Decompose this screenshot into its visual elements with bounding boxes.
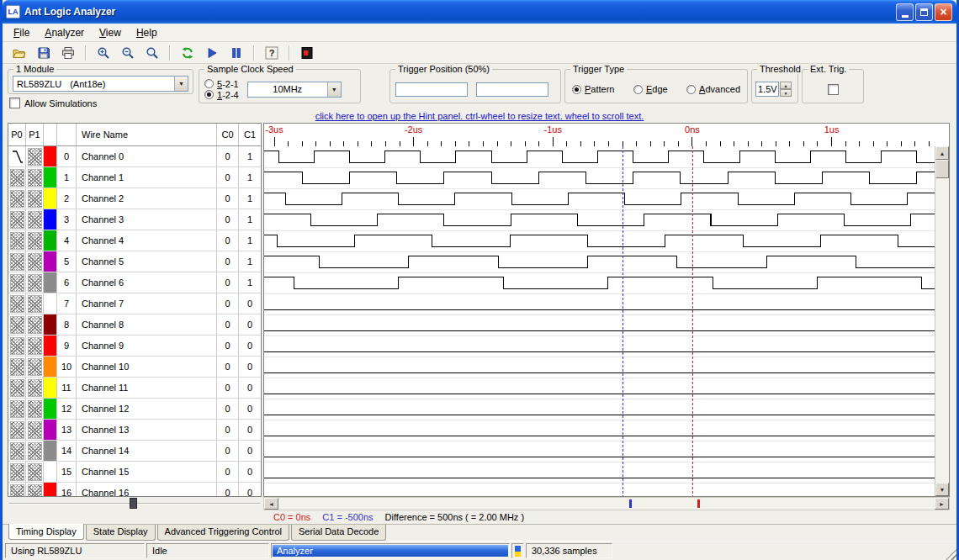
- menu-item-analyzer[interactable]: Analyzer: [37, 24, 92, 41]
- help-button[interactable]: ?: [261, 44, 282, 62]
- channel-row[interactable]: 15Channel 1500: [8, 462, 261, 483]
- p0-pattern-cell[interactable]: [8, 335, 26, 356]
- pause-button[interactable]: [225, 44, 246, 62]
- threshold-field[interactable]: 1.5V: [755, 82, 779, 97]
- p0-pattern-cell[interactable]: [8, 230, 26, 251]
- module-select[interactable]: RL589ZLU(Ant18e) ▼: [13, 76, 188, 92]
- channel-row[interactable]: 10Channel 1000: [8, 357, 261, 378]
- cursor-c1-line[interactable]: [623, 146, 623, 496]
- channel-row[interactable]: 11Channel 1100: [8, 378, 261, 399]
- channel-name[interactable]: Channel 11: [77, 378, 217, 398]
- p1-pattern-cell[interactable]: [26, 272, 44, 293]
- channel-row[interactable]: 8Channel 800: [8, 314, 261, 335]
- p1-pattern-cell[interactable]: [26, 441, 44, 461]
- spinner-down-button[interactable]: ▼: [780, 89, 792, 97]
- p0-pattern-cell[interactable]: [8, 188, 26, 209]
- p1-pattern-cell[interactable]: [26, 420, 44, 440]
- p1-pattern-cell[interactable]: [26, 167, 44, 188]
- channel-row[interactable]: 6Channel 601: [8, 272, 261, 293]
- tab-state-display[interactable]: State Display: [86, 525, 156, 541]
- scroll-thumb[interactable]: [935, 160, 949, 178]
- channel-row[interactable]: 2Channel 201: [8, 188, 261, 209]
- channel-name[interactable]: Channel 1: [77, 167, 217, 188]
- spinner-up-button[interactable]: ▲: [780, 82, 792, 89]
- save-button[interactable]: [33, 44, 54, 62]
- maximize-button[interactable]: [915, 3, 933, 21]
- allow-simulations-checkbox[interactable]: [9, 98, 20, 108]
- channel-row[interactable]: 7Channel 700: [8, 293, 261, 314]
- scroll-right-button[interactable]: ►: [935, 498, 949, 510]
- channel-name[interactable]: Channel 15: [77, 462, 217, 482]
- channel-name[interactable]: Channel 12: [77, 399, 217, 419]
- zoom-out-button[interactable]: [117, 44, 138, 62]
- chevron-down-icon[interactable]: ▼: [174, 77, 188, 91]
- p0-pattern-cell[interactable]: [8, 357, 26, 377]
- waveform-display[interactable]: [264, 146, 935, 496]
- scroll-track[interactable]: [935, 160, 949, 483]
- menu-item-view[interactable]: View: [92, 24, 129, 41]
- p1-pattern-cell[interactable]: [26, 357, 44, 377]
- channel-row[interactable]: 4Channel 401: [8, 230, 261, 251]
- p1-pattern-cell[interactable]: [26, 188, 44, 209]
- zoom-button[interactable]: [141, 44, 162, 62]
- p1-pattern-cell[interactable]: [26, 230, 44, 251]
- channel-name[interactable]: Channel 3: [77, 209, 217, 230]
- p0-pattern-cell[interactable]: [8, 378, 26, 398]
- trigger-type-radio-pattern[interactable]: Pattern: [572, 84, 614, 94]
- p0-pattern-cell[interactable]: [8, 209, 26, 230]
- open-file-button[interactable]: [8, 44, 29, 62]
- refresh-button[interactable]: [177, 44, 198, 62]
- p0-pattern-cell[interactable]: [8, 441, 26, 461]
- channel-name[interactable]: Channel 5: [77, 251, 217, 272]
- p0-pattern-cell[interactable]: [8, 314, 26, 335]
- slider-thumb[interactable]: [130, 498, 137, 509]
- channel-name[interactable]: Channel 16: [77, 483, 217, 496]
- waveform-scroll-track[interactable]: [278, 498, 935, 510]
- channel-row[interactable]: 14Channel 1400: [8, 441, 261, 462]
- channel-row[interactable]: 12Channel 1200: [8, 399, 261, 420]
- channel-row[interactable]: 16Channel 1600: [8, 483, 261, 496]
- titlebar[interactable]: LA Ant Logic Analyzer ×: [3, 0, 956, 24]
- channel-name[interactable]: Channel 2: [77, 188, 217, 209]
- p1-pattern-cell[interactable]: [26, 293, 44, 314]
- p1-pattern-cell[interactable]: [26, 314, 44, 335]
- clock-speed-select[interactable]: 10MHz ▼: [247, 82, 342, 98]
- scroll-down-button[interactable]: ▼: [935, 483, 949, 496]
- channel-name[interactable]: Channel 9: [77, 335, 217, 356]
- p1-pattern-cell[interactable]: [26, 146, 44, 166]
- channel-name[interactable]: Channel 13: [77, 420, 217, 440]
- minimize-button[interactable]: [896, 3, 914, 21]
- cursor-c0-mark[interactable]: [697, 499, 700, 508]
- tab-advanced-triggering-control[interactable]: Advanced Triggering Control: [157, 525, 289, 541]
- channel-name[interactable]: Channel 10: [77, 357, 217, 377]
- p1-pattern-cell[interactable]: [26, 209, 44, 230]
- p0-pattern-cell[interactable]: [8, 483, 26, 496]
- cursor-c0-line[interactable]: [692, 146, 693, 496]
- scroll-left-button[interactable]: ◄: [264, 498, 278, 510]
- p1-pattern-cell[interactable]: [26, 378, 44, 398]
- p0-pattern-cell[interactable]: [8, 272, 26, 293]
- channel-name[interactable]: Channel 4: [77, 230, 217, 251]
- menu-item-help[interactable]: Help: [129, 24, 165, 41]
- tab-serial-data-decode[interactable]: Serial Data Decode: [291, 525, 386, 541]
- channel-row[interactable]: 0Channel 001: [8, 146, 261, 167]
- channel-name[interactable]: Channel 8: [77, 314, 217, 335]
- time-ruler[interactable]: -3us-2us-1us0ns1us: [264, 124, 935, 146]
- ext-trig-checkbox[interactable]: [828, 84, 839, 95]
- p0-pattern-cell[interactable]: [8, 462, 26, 482]
- channel-row[interactable]: 5Channel 501: [8, 251, 261, 272]
- p0-pattern-cell[interactable]: [8, 420, 26, 440]
- clock-radio-5-2-1[interactable]: 5-2-1: [204, 79, 239, 89]
- cursor-c1-mark[interactable]: [629, 499, 632, 508]
- tab-timing-display[interactable]: Timing Display: [8, 524, 84, 540]
- channel-name[interactable]: Channel 6: [77, 272, 217, 293]
- close-button[interactable]: ×: [935, 3, 952, 21]
- p1-pattern-cell[interactable]: [26, 483, 44, 496]
- channel-name[interactable]: Channel 0: [77, 146, 217, 166]
- channel-row[interactable]: 13Channel 1300: [8, 420, 261, 441]
- menu-item-file[interactable]: File: [6, 24, 37, 41]
- vertical-scrollbar[interactable]: ▲ ▼: [935, 146, 949, 496]
- clock-radio-1-2-4[interactable]: 1-2-4: [204, 90, 239, 100]
- channel-name[interactable]: Channel 14: [77, 441, 217, 461]
- channel-row[interactable]: 1Channel 101: [8, 167, 261, 188]
